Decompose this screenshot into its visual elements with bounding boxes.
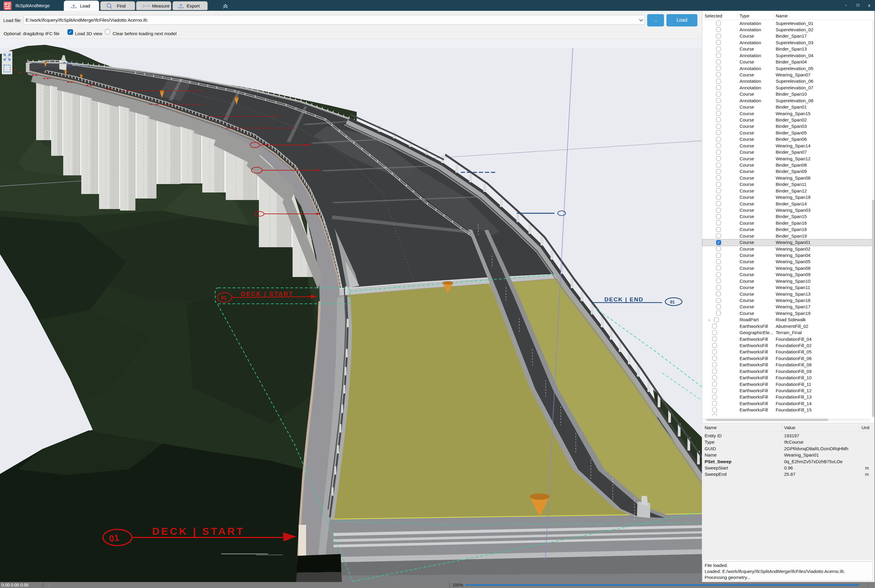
svg-text:01: 01 <box>670 300 675 304</box>
svg-text:DECK | START: DECK | START <box>152 525 245 537</box>
svg-text:01: 01 <box>221 296 226 300</box>
svg-text:DECK | END: DECK | END <box>604 296 643 303</box>
svg-text:01: 01 <box>108 532 120 543</box>
svg-text:DECK | START: DECK | START <box>241 291 293 297</box>
